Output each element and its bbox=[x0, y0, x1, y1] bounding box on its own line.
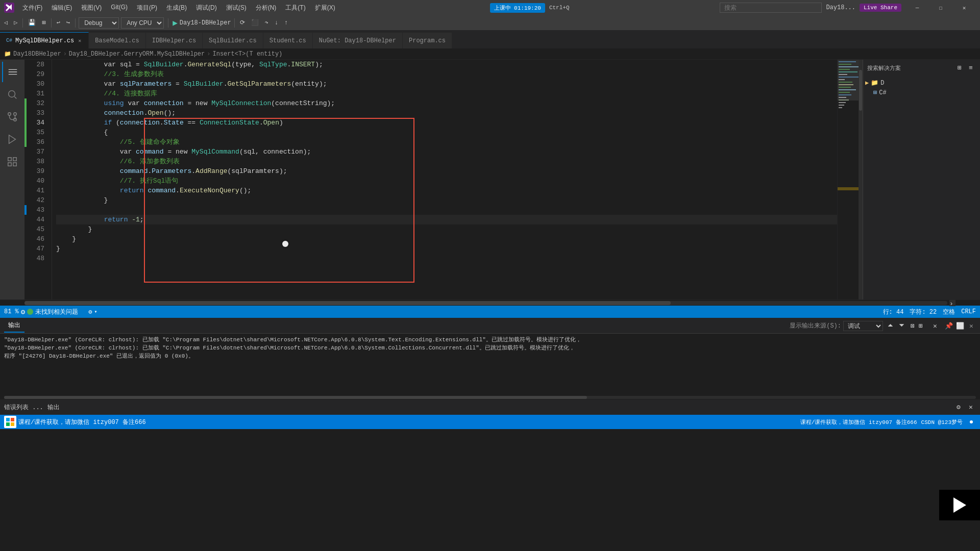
status-row: 行: 44 bbox=[883, 308, 904, 316]
tab-close-mysqldbhelper[interactable]: ✕ bbox=[77, 37, 82, 44]
video-watermark[interactable] bbox=[939, 490, 980, 520]
close-button[interactable]: ✕ bbox=[952, 0, 976, 15]
status-filter-icon[interactable]: ⚙ bbox=[88, 308, 92, 316]
title-bar-right: Day18... Live Share — ☐ ✕ bbox=[720, 0, 976, 15]
tab-program[interactable]: Program.cs bbox=[403, 32, 452, 48]
svg-rect-10 bbox=[11, 418, 14, 421]
menu-debug[interactable]: 调试(D) bbox=[192, 3, 221, 13]
save-button[interactable]: 💾 bbox=[26, 18, 38, 28]
tab-basemodel[interactable]: BaseModel.cs bbox=[89, 32, 145, 48]
explorer-icon[interactable] bbox=[2, 62, 22, 82]
ln-44: 44 bbox=[27, 215, 47, 224]
menu-view[interactable]: 视图(V) bbox=[77, 3, 106, 13]
code-line-42: } bbox=[56, 195, 837, 205]
breadcrumb-class[interactable]: Day18_DBHelper.GerryORM.MySqlDBHelper bbox=[69, 51, 205, 58]
tab-sqlbuilder[interactable]: SqlBuilder.cs bbox=[203, 32, 263, 48]
menu-project[interactable]: 项目(P) bbox=[133, 3, 161, 13]
back-button[interactable]: ◁ bbox=[2, 18, 10, 28]
tab-mysqldbhelper[interactable]: C# MySqlDBHelper.cs ✕ bbox=[0, 32, 89, 48]
run-debug-icon[interactable] bbox=[2, 129, 22, 149]
status-no-problems: 未找到相关问题 bbox=[35, 308, 78, 316]
menu-git[interactable]: Git(G) bbox=[107, 3, 132, 13]
status-filter-dropdown[interactable]: ▾ bbox=[94, 309, 97, 315]
step-into-button[interactable]: ↓ bbox=[273, 18, 280, 28]
panel-close-icon[interactable]: ✕ bbox=[967, 321, 976, 331]
run-icon: ▶ bbox=[173, 18, 178, 28]
ln-32: 32 bbox=[27, 98, 47, 108]
horizontal-scrollbar-thumb[interactable] bbox=[24, 301, 671, 305]
solution-explorer: ▶ 📁 D ⊞ C# bbox=[863, 76, 980, 99]
stop-button[interactable]: ⬛ bbox=[249, 18, 261, 28]
toolbar-sep-2 bbox=[51, 18, 52, 28]
menu-analyze[interactable]: 分析(N) bbox=[252, 3, 281, 13]
settings-icon[interactable]: ⚙ bbox=[21, 308, 25, 316]
vertical-scrollbar-thumb[interactable] bbox=[859, 70, 862, 111]
tab-nuget[interactable]: NuGet: Day18-DBHelper bbox=[313, 32, 403, 48]
code-line-41: return command.ExecuteNonQuery(); bbox=[56, 186, 837, 195]
tab-label: SqlBuilder.cs bbox=[209, 37, 257, 44]
taskbar-label: 课程/课件获取，请加微信 itzy007 备注666 bbox=[18, 418, 146, 427]
menu-tools[interactable]: 工具(T) bbox=[281, 3, 309, 13]
menu-build[interactable]: 生成(B) bbox=[162, 3, 191, 13]
output-source-select[interactable]: 调试 生成 错误列表 bbox=[843, 321, 883, 331]
tab-idbhelper[interactable]: IDBHelper.cs bbox=[146, 32, 203, 48]
breadcrumb-sep-2: › bbox=[207, 51, 210, 58]
vertical-scrollbar-track[interactable] bbox=[859, 60, 863, 299]
output-btn-3[interactable]: ⊠ bbox=[908, 321, 918, 331]
save-all-button[interactable]: ⊞ bbox=[40, 18, 47, 28]
title-search-input[interactable] bbox=[720, 3, 822, 13]
bottom-tabs-panel: 错误列表 ... 输出 ⚙ ✕ bbox=[0, 399, 980, 415]
scroll-right-btn[interactable]: › bbox=[949, 300, 955, 306]
minimap-line bbox=[839, 102, 846, 103]
solution-item-expand[interactable]: ▶ 📁 D bbox=[865, 78, 978, 88]
bottom-tab-output[interactable]: 输出 bbox=[47, 403, 60, 412]
bottom-settings-icon[interactable]: ⚙ bbox=[953, 402, 964, 412]
output-scrollbar-track[interactable] bbox=[4, 396, 976, 399]
extensions-icon[interactable] bbox=[2, 152, 22, 172]
ln-39: 39 bbox=[27, 166, 47, 176]
menu-edit[interactable]: 编辑(E) bbox=[47, 3, 76, 13]
live-share-button[interactable]: Live Share bbox=[860, 4, 901, 12]
output-scrollbar-thumb[interactable] bbox=[4, 396, 587, 399]
menu-file[interactable]: 文件(F) bbox=[18, 3, 46, 13]
forward-button[interactable]: ▷ bbox=[12, 18, 19, 28]
output-tab-output[interactable]: 输出 bbox=[4, 319, 24, 333]
redo-button[interactable]: ↪ bbox=[64, 18, 72, 28]
horizontal-scrollbar-track[interactable] bbox=[24, 301, 947, 305]
debug-mode-select[interactable]: Debug Release bbox=[79, 17, 119, 29]
panel-pin-icon[interactable]: 📌 bbox=[944, 321, 953, 331]
output-btn-2[interactable]: ⏷ bbox=[896, 321, 906, 331]
code-content[interactable]: var sql = SqlBuilder.GenerateSql(type, S… bbox=[52, 60, 837, 299]
output-close-btn[interactable]: ✕ bbox=[930, 321, 940, 331]
panel-window-controls: 📌 ⬜ ✕ bbox=[944, 321, 976, 331]
git-icon[interactable] bbox=[2, 107, 22, 127]
bottom-panel-close[interactable]: ✕ bbox=[966, 402, 976, 412]
start-icon[interactable] bbox=[4, 416, 16, 428]
solution-project-item[interactable]: ⊞ C# bbox=[865, 88, 978, 97]
search-icon[interactable] bbox=[2, 84, 22, 105]
taskbar-settings[interactable] bbox=[967, 417, 976, 427]
code-line-29: //3. 生成参数列表 bbox=[56, 69, 837, 79]
panel-maximize-icon[interactable]: ⬜ bbox=[955, 321, 965, 331]
breadcrumb-method[interactable]: Insert<T>(T entity) bbox=[212, 51, 282, 58]
output-split-icon[interactable]: ⊞ bbox=[919, 321, 929, 331]
maximize-button[interactable]: ☐ bbox=[929, 0, 952, 15]
tab-student[interactable]: Student.cs bbox=[263, 32, 313, 48]
platform-select[interactable]: Any CPU x64 x86 bbox=[121, 17, 164, 29]
minimize-button[interactable]: — bbox=[905, 0, 929, 15]
bottom-tab-errorlist[interactable]: 错误列表 ... bbox=[4, 403, 43, 412]
undo-button[interactable]: ↩ bbox=[55, 18, 62, 28]
restart-button[interactable]: ⟳ bbox=[238, 18, 247, 28]
step-over-button[interactable]: ↷ bbox=[263, 18, 271, 28]
breadcrumb-project[interactable]: Day18DBHelper bbox=[13, 51, 61, 58]
menu-test[interactable]: 测试(S) bbox=[222, 3, 251, 13]
output-content: "Day18-DBHelper.exe" (CoreCLR: clrhost):… bbox=[0, 334, 980, 395]
right-panel-btn2[interactable]: ≡ bbox=[966, 63, 976, 73]
run-project-button[interactable]: ▶ Day18-DBHelper bbox=[173, 18, 231, 28]
right-panel-btn1[interactable]: ⊞ bbox=[954, 63, 965, 73]
menu-extensions[interactable]: 扩展(X) bbox=[311, 3, 339, 13]
step-out-button[interactable]: ↑ bbox=[282, 18, 290, 28]
output-btn-1[interactable]: ⏶ bbox=[885, 321, 895, 331]
status-ok-icon bbox=[27, 309, 33, 315]
code-line-44: return -1; bbox=[56, 215, 837, 224]
